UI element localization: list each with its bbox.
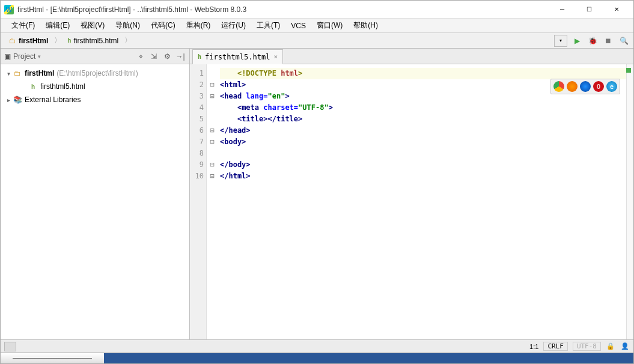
fold-toggle-icon [207,148,218,159]
run-config-combo[interactable]: ▾ [554,35,567,47]
debug-button-icon[interactable]: 🐞 [587,35,599,47]
fold-toggle-icon[interactable]: ⊟ [207,159,218,171]
folder-icon: 🗀 [13,69,22,77]
menu-navigate[interactable]: 导航(N) [111,19,145,32]
close-button[interactable]: ✕ [603,1,630,18]
chevron-right-icon: 〉 [123,35,133,46]
editor-area: h firsthtml5.html × 12345678910 ⊟⊟⊟⊟⊟⊟ O… [190,49,633,339]
window-title: firstHtml - [E:\html5project\firstHtml] … [17,5,549,14]
status-caret-position[interactable]: 1:1 [529,343,538,350]
code-line[interactable]: </head> [220,125,626,136]
library-icon: 📚 [13,96,22,104]
tab-label: firsthtml5.html [205,53,270,61]
tree-external-libraries[interactable]: ▸ 📚 External Libraries [1,93,189,106]
project-tool-icon: ▣ [4,52,11,61]
line-number-gutter: 12345678910 [190,64,207,339]
menubar: 文件(F) 编辑(E) 视图(V) 导航(N) 代码(C) 重构(R) 运行(U… [1,19,633,33]
html-file-icon: h [67,37,71,44]
code-area[interactable]: O e <!DOCTYPE html><html><head lang="en"… [218,64,626,339]
editor-scrollbar[interactable] [626,64,633,339]
code-line[interactable]: <body> [220,136,626,148]
maximize-button[interactable]: ☐ [576,1,603,18]
code-line[interactable]: <title></title> [220,114,626,125]
code-line[interactable]: <meta charset="UTF-8"> [220,102,626,114]
fold-toggle-icon[interactable]: ⊟ [207,125,218,136]
search-icon[interactable]: 🔍 [618,35,630,47]
html-file-icon: h [28,83,38,90]
editor-tab-active[interactable]: h firsthtml5.html × [192,49,283,64]
fold-toggle-icon [207,114,218,125]
firefox-icon[interactable] [567,81,578,92]
status-encoding[interactable]: UTF-8 [573,342,601,351]
scroll-to-source-icon[interactable]: ⌖ [135,51,146,62]
menu-help[interactable]: 帮助(H) [349,19,383,32]
titlebar: W firstHtml - [E:\html5project\firstHtml… [1,1,633,19]
minimize-button[interactable]: ─ [549,1,576,18]
fold-gutter: ⊟⊟⊟⊟⊟⊟ [207,64,218,339]
stop-button-icon[interactable]: ⏹ [602,35,614,47]
webstorm-logo-icon: W [4,5,14,14]
sidebar-title-label: Project [13,52,35,61]
tree-external-label: External Libraries [25,96,81,104]
external-bottom-stripe: ———————————— [1,353,633,363]
fold-toggle-icon[interactable]: ⊟ [207,79,218,91]
fold-toggle-icon[interactable]: ⊟ [207,91,218,102]
tree-project-name: firstHtml [25,69,54,77]
expand-toggle-icon[interactable]: ▾ [4,70,13,77]
tree-file-item[interactable]: h firsthtml5.html [1,80,189,93]
gear-icon[interactable]: ⚙ [162,51,172,62]
status-line-ending[interactable]: CRLF [543,342,568,351]
expand-toggle-icon[interactable]: ▸ [4,97,13,103]
ie-icon[interactable]: e [606,81,617,92]
menu-edit[interactable]: 编辑(E) [41,19,75,32]
breadcrumb-root[interactable]: 🗀 firstHtml [4,35,53,46]
tree-project-root[interactable]: ▾ 🗀 firstHtml (E:\html5project\firstHtml… [1,67,189,80]
breadcrumb-file[interactable]: h firsthtml5.html [62,35,123,46]
tab-close-icon[interactable]: × [273,53,278,61]
editor[interactable]: 12345678910 ⊟⊟⊟⊟⊟⊟ O e <!DOCTYPE html><h… [190,64,633,339]
hector-icon[interactable]: 👤 [620,342,630,350]
collapse-all-icon[interactable]: ⇲ [148,51,159,62]
code-line[interactable] [220,148,626,159]
chrome-icon[interactable] [553,81,564,92]
run-button-icon[interactable]: ▶ [571,35,583,47]
analysis-ok-marker-icon [626,68,631,73]
folder-icon: 🗀 [9,37,16,45]
html-file-icon: h [198,53,201,60]
fold-toggle-icon[interactable]: ⊟ [207,136,218,148]
editor-tabs: h firsthtml5.html × [190,49,633,64]
code-line[interactable]: <!DOCTYPE html> [220,68,626,79]
menu-code[interactable]: 代码(C) [146,19,180,32]
chevron-right-icon: 〉 [53,35,62,46]
menu-view[interactable]: 视图(V) [76,19,109,32]
navbar: 🗀 firstHtml 〉 h firsthtml5.html 〉 ▾ ▶ 🐞 … [1,33,633,49]
tree-file-label: firsthtml5.html [40,82,85,91]
code-line[interactable]: </html> [220,171,626,182]
fold-toggle-icon[interactable]: ⊟ [207,171,218,182]
browser-preview-overlay: O e [550,79,620,94]
tool-windows-toggle[interactable] [4,342,16,351]
fold-toggle-icon [207,68,218,79]
project-sidebar: ▣ Project ▾ ⌖ ⇲ ⚙ →| ▾ 🗀 firstHtml (E:\h… [1,49,190,339]
fold-toggle-icon [207,102,218,114]
opera-icon[interactable]: O [593,81,604,92]
breadcrumb-root-label: firstHtml [19,37,48,45]
menu-refactor[interactable]: 重构(R) [181,19,216,32]
menu-file[interactable]: 文件(F) [7,19,40,32]
lock-icon[interactable]: 🔒 [606,342,615,350]
menu-tools[interactable]: 工具(T) [252,19,285,32]
statusbar: 1:1 CRLF UTF-8 🔒 👤 [1,339,633,353]
menu-vcs[interactable]: VCS [286,20,311,31]
sidebar-header: ▣ Project ▾ ⌖ ⇲ ⚙ →| [1,49,189,64]
project-tree: ▾ 🗀 firstHtml (E:\html5project\firstHtml… [1,64,189,339]
chevron-down-icon[interactable]: ▾ [38,53,41,59]
hide-panel-icon[interactable]: →| [175,51,186,62]
menu-window[interactable]: 窗口(W) [312,19,347,32]
tree-project-path: (E:\html5project\firstHtml) [56,69,138,77]
menu-run[interactable]: 运行(U) [216,19,251,32]
code-line[interactable]: </body> [220,159,626,171]
breadcrumb-file-label: firsthtml5.html [73,37,118,45]
safari-icon[interactable] [580,81,591,92]
